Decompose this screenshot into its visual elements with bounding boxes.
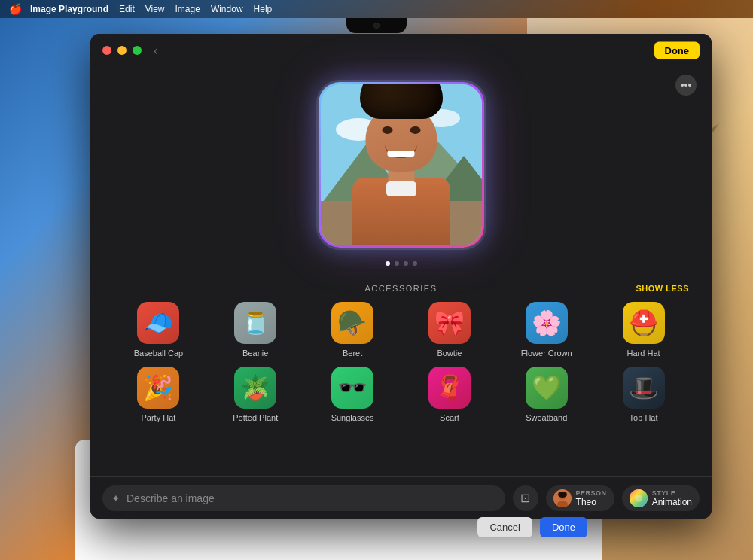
window-titlebar: ‹ Done [90,34,712,67]
accessories-title: ACCESSORIES [365,284,437,293]
character-body [352,117,450,245]
style-label: STYLE [652,489,692,497]
bowtie-icon: 🎀 [428,302,471,344]
scarf-label: Scarf [440,413,459,422]
accessory-hard-hat[interactable]: ⛑️ Hard Hat [598,302,689,358]
potted-plant-icon: 🪴 [234,367,276,409]
person-chip[interactable]: PERSON Theo [546,485,614,511]
person-avatar [553,489,572,507]
accessory-potted-plant[interactable]: 🪴 Potted Plant [210,367,301,422]
generated-image-container [319,82,484,248]
accessory-beanie[interactable]: 🫙 Beanie [210,302,301,358]
top-hat-label: Top Hat [630,413,658,422]
potted-plant-label: Potted Plant [233,413,278,422]
close-button[interactable] [102,46,111,55]
app-window: ‹ Done ••• [90,34,712,519]
accessory-flower-crown[interactable]: 🌸 Flower Crown [501,302,592,358]
pagination-dots [90,255,712,278]
beret-icon: 🪖 [331,302,373,344]
style-name: Animation [652,497,692,507]
camera-icon: ⊡ [520,491,530,505]
accessories-grid: 🧢 Baseball Cap 🫙 Beanie 🪖 Beret 🎀 Bowtie… [113,302,689,422]
flower-crown-label: Flower Crown [521,348,572,358]
sunglasses-label: Sunglasses [331,413,374,422]
menubar-app-name[interactable]: Image Playground [30,4,108,14]
style-info: STYLE Animation [652,489,692,507]
svg-point-12 [558,492,567,498]
accessory-sunglasses[interactable]: 🕶️ Sunglasses [307,367,398,422]
search-sparkle-icon: ✦ [111,492,120,504]
beanie-label: Beanie [242,348,268,358]
bowtie-label: Bowtie [437,348,462,358]
accessory-baseball-cap[interactable]: 🧢 Baseball Cap [113,302,204,358]
character-hair [360,84,443,119]
pagination-dot-2[interactable] [395,261,399,266]
party-hat-label: Party Hat [141,413,175,422]
sweatband-label: Sweatband [526,413,567,422]
maximize-button[interactable] [133,46,142,55]
generated-image [321,84,482,245]
menubar-view[interactable]: View [145,4,165,14]
accessories-header: ACCESSORIES SHOW LESS [113,284,689,293]
minimize-button[interactable] [117,46,127,55]
camera-dot [373,23,380,29]
sunglasses-icon: 🕶️ [331,367,373,409]
person-info: PERSON Theo [576,489,607,507]
done-button-blue[interactable]: Done [540,517,587,537]
menubar-help[interactable]: Help [254,4,273,14]
window-done-button[interactable]: Done [654,42,700,59]
bottom-bar: ✦ Describe an image ⊡ PERSON Theo [90,476,712,519]
apple-menu-icon[interactable]: 🍎 [9,4,20,14]
pagination-dot-3[interactable] [404,261,408,266]
accessory-top-hat[interactable]: 🎩 Top Hat [598,367,689,422]
menubar-edit[interactable]: Edit [119,4,135,14]
avatar-illustration [553,489,572,507]
top-hat-icon: 🎩 [623,367,665,409]
svg-point-14 [635,495,642,502]
camera-button[interactable]: ⊡ [513,485,538,511]
show-less-button[interactable]: SHOW LESS [636,284,689,293]
accessories-section: ACCESSORIES SHOW LESS 🧢 Baseball Cap 🫙 B… [90,278,712,428]
describe-input-area[interactable]: ✦ Describe an image [102,485,505,511]
accessory-scarf[interactable]: 🧣 Scarf [404,367,495,422]
character-eye-right [410,126,420,134]
pagination-dot-4[interactable] [413,261,417,266]
accessory-bowtie[interactable]: 🎀 Bowtie [404,302,495,358]
hard-hat-label: Hard Hat [627,348,660,358]
pagination-dot-1[interactable] [386,261,390,266]
menubar-image[interactable]: Image [175,4,200,14]
ellipsis-icon: ••• [681,79,692,91]
beret-label: Beret [343,348,362,358]
image-display-area: ••• [90,67,712,255]
cancel-button[interactable]: Cancel [477,517,532,537]
menubar: 🍎 Image Playground Edit View Image Windo… [0,0,753,18]
camera-notch [346,18,407,33]
accessory-party-hat[interactable]: 🎉 Party Hat [113,367,204,422]
baseball-cap-label: Baseball Cap [134,348,183,358]
baseball-cap-icon: 🧢 [137,302,179,344]
dialog-buttons: Cancel Done [477,517,587,537]
hair-puff [360,84,443,119]
character-jacket [352,178,450,245]
style-chip[interactable]: STYLE Animation [622,485,700,511]
style-conic-icon [630,489,648,507]
character-teeth [388,151,415,157]
person-label: PERSON [576,489,607,497]
sweatband-icon: 💚 [526,367,568,409]
style-icon [630,489,648,507]
window-controls [102,46,142,55]
flower-crown-icon: 🌸 [526,302,568,344]
scarf-icon: 🧣 [428,367,471,409]
character-figure [321,84,482,245]
character-shirt [386,181,416,196]
more-options-button[interactable]: ••• [675,75,697,96]
character-eye-left [382,126,392,134]
beanie-icon: 🫙 [234,302,276,344]
accessory-beret[interactable]: 🪖 Beret [307,302,398,358]
back-button[interactable]: ‹ [154,43,158,59]
party-hat-icon: 🎉 [137,367,179,409]
menubar-window[interactable]: Window [211,4,243,14]
hard-hat-icon: ⛑️ [623,302,665,344]
describe-placeholder: Describe an image [127,492,496,504]
accessory-sweatband[interactable]: 💚 Sweatband [501,367,592,422]
